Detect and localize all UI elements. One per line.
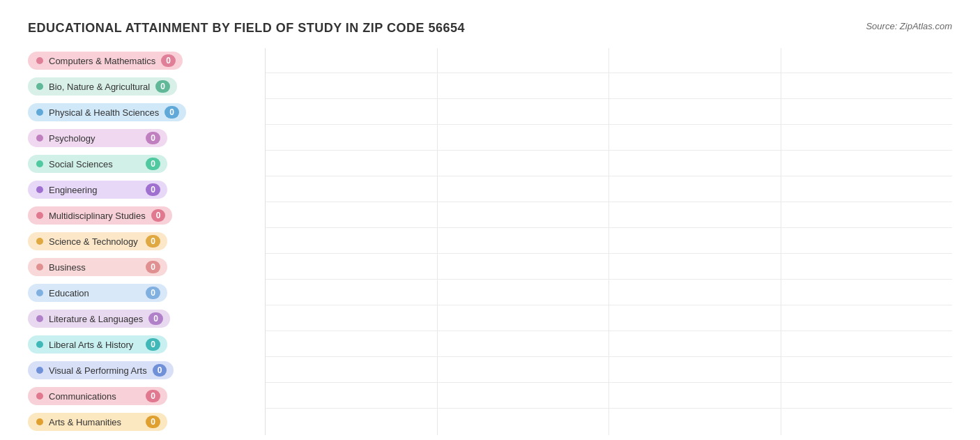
bar-dot-icon bbox=[36, 264, 43, 271]
bar-value-badge: 0 bbox=[146, 338, 160, 351]
chart-body: Computers & Mathematics0Bio, Nature & Ag… bbox=[28, 48, 952, 435]
bar-row: Liberal Arts & History0 bbox=[28, 332, 265, 357]
bar-dot-icon bbox=[36, 57, 43, 64]
bar-dot-icon bbox=[36, 289, 43, 296]
bar-label-pill: Communications0 bbox=[28, 387, 167, 405]
bar-label: Business bbox=[49, 262, 140, 273]
bar-value-badge: 0 bbox=[146, 132, 160, 144]
bar-dot-icon bbox=[36, 341, 43, 348]
bar-row: Science & Technology0 bbox=[28, 229, 265, 254]
bar-value-badge: 0 bbox=[146, 287, 160, 299]
bar-dot-icon bbox=[36, 418, 43, 425]
bar-label-pill: Visual & Performing Arts0 bbox=[28, 361, 174, 379]
bar-value-badge: 0 bbox=[146, 261, 160, 273]
bar-dot-icon bbox=[36, 160, 43, 167]
bar-value-badge: 0 bbox=[146, 158, 160, 170]
bar-label-pill: Psychology0 bbox=[28, 129, 167, 147]
bar-label-pill: Engineering0 bbox=[28, 181, 167, 199]
bar-dot-icon bbox=[36, 83, 43, 90]
bar-row: Business0 bbox=[28, 255, 265, 280]
bar-label: Social Sciences bbox=[49, 159, 140, 169]
bar-value-badge: 0 bbox=[161, 54, 176, 67]
bar-label-pill: Business0 bbox=[28, 258, 167, 276]
bars-section: Computers & Mathematics0Bio, Nature & Ag… bbox=[28, 48, 265, 435]
bar-row: Visual & Performing Arts0 bbox=[28, 358, 265, 383]
bar-label: Communications bbox=[49, 391, 140, 402]
bar-row: Physical & Health Sciences0 bbox=[28, 100, 265, 125]
bar-row: Social Sciences0 bbox=[28, 151, 265, 176]
grid-line-3 bbox=[781, 48, 781, 435]
chart-container: EDUCATIONAL ATTAINMENT BY FIELD OF STUDY… bbox=[14, 14, 966, 440]
bar-label: Psychology bbox=[49, 133, 140, 144]
bar-dot-icon bbox=[36, 238, 43, 245]
bar-value-badge: 0 bbox=[146, 416, 160, 428]
bar-label-pill: Education0 bbox=[28, 284, 167, 302]
bar-value-badge: 0 bbox=[146, 183, 160, 196]
bar-row: Psychology0 bbox=[28, 126, 265, 151]
bar-label: Bio, Nature & Agricultural bbox=[49, 82, 150, 92]
bar-label-pill: Liberal Arts & History0 bbox=[28, 335, 167, 354]
bar-label-pill: Science & Technology0 bbox=[28, 232, 167, 250]
bar-label: Science & Technology bbox=[49, 236, 140, 247]
bar-dot-icon bbox=[36, 109, 43, 116]
grid-line-2 bbox=[608, 48, 609, 435]
bar-dot-icon bbox=[36, 186, 43, 193]
bar-label: Arts & Humanities bbox=[49, 417, 140, 427]
bar-label: Physical & Health Sciences bbox=[49, 107, 159, 118]
bar-value-badge: 0 bbox=[164, 106, 179, 119]
bar-label: Multidisciplinary Studies bbox=[49, 211, 146, 221]
bar-row: Arts & Humanities0 bbox=[28, 409, 265, 434]
bar-value-badge: 0 bbox=[146, 390, 160, 402]
bar-label-pill: Physical & Health Sciences0 bbox=[28, 103, 186, 121]
grid-section bbox=[265, 48, 952, 435]
bar-value-badge: 0 bbox=[146, 235, 160, 248]
bar-row: Bio, Nature & Agricultural0 bbox=[28, 74, 265, 99]
bar-label: Liberal Arts & History bbox=[49, 340, 140, 350]
chart-source: Source: ZipAtlas.com bbox=[866, 21, 952, 31]
bar-row: Communications0 bbox=[28, 384, 265, 409]
bar-dot-icon bbox=[36, 135, 43, 142]
bar-row: Computers & Mathematics0 bbox=[28, 48, 265, 73]
bar-row: Education0 bbox=[28, 280, 265, 305]
grid-line-1 bbox=[437, 48, 438, 435]
bar-label-pill: Arts & Humanities0 bbox=[28, 413, 167, 431]
bar-dot-icon bbox=[36, 315, 43, 322]
grid-lines bbox=[266, 48, 952, 435]
bar-dot-icon bbox=[36, 212, 43, 219]
bar-row: Engineering0 bbox=[28, 177, 265, 202]
bar-value-badge: 0 bbox=[151, 209, 166, 222]
chart-title: EDUCATIONAL ATTAINMENT BY FIELD OF STUDY… bbox=[28, 21, 465, 36]
bar-value-badge: 0 bbox=[148, 312, 163, 325]
bar-label-pill: Literature & Languages0 bbox=[28, 310, 170, 328]
bar-dot-icon bbox=[36, 393, 43, 400]
bar-row: Literature & Languages0 bbox=[28, 306, 265, 331]
bar-value-badge: 0 bbox=[153, 364, 167, 377]
bar-label: Engineering bbox=[49, 185, 140, 195]
bar-label: Computers & Mathematics bbox=[49, 56, 155, 66]
bar-label: Visual & Performing Arts bbox=[49, 365, 147, 376]
bar-label: Literature & Languages bbox=[49, 314, 143, 324]
bar-label: Education bbox=[49, 288, 140, 298]
x-axis: 000 bbox=[265, 435, 952, 440]
bar-label-pill: Bio, Nature & Agricultural0 bbox=[28, 77, 177, 96]
bar-label-pill: Social Sciences0 bbox=[28, 155, 167, 173]
chart-header: EDUCATIONAL ATTAINMENT BY FIELD OF STUDY… bbox=[28, 21, 952, 36]
bar-value-badge: 0 bbox=[155, 80, 170, 93]
bar-label-pill: Multidisciplinary Studies0 bbox=[28, 206, 172, 225]
bar-row: Multidisciplinary Studies0 bbox=[28, 203, 265, 228]
bar-label-pill: Computers & Mathematics0 bbox=[28, 52, 183, 70]
bar-dot-icon bbox=[36, 367, 43, 374]
